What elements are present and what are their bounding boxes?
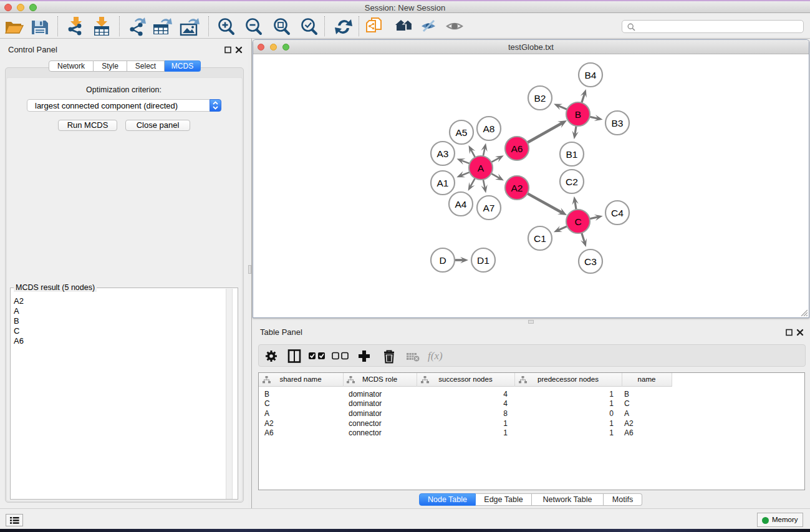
- svg-text:B1: B1: [566, 149, 578, 160]
- svg-text:C: C: [574, 216, 581, 227]
- svg-text:A3: A3: [437, 148, 449, 159]
- svg-text:A5: A5: [456, 127, 468, 138]
- svg-text:C1: C1: [534, 233, 546, 244]
- svg-text:C3: C3: [584, 256, 597, 267]
- svg-text:C4: C4: [611, 208, 624, 218]
- svg-text:A4: A4: [455, 199, 467, 210]
- svg-text:B4: B4: [585, 70, 597, 80]
- svg-text:B2: B2: [534, 93, 546, 104]
- svg-text:B3: B3: [612, 118, 624, 128]
- svg-text:A6: A6: [511, 143, 523, 154]
- svg-text:A1: A1: [437, 178, 449, 188]
- svg-text:D: D: [439, 255, 446, 266]
- svg-text:B: B: [575, 109, 581, 120]
- svg-text:D1: D1: [477, 255, 489, 266]
- svg-text:A8: A8: [483, 123, 495, 134]
- svg-text:C2: C2: [566, 177, 578, 187]
- svg-text:A7: A7: [483, 203, 495, 213]
- svg-text:A: A: [478, 163, 485, 173]
- svg-text:A2: A2: [511, 183, 523, 193]
